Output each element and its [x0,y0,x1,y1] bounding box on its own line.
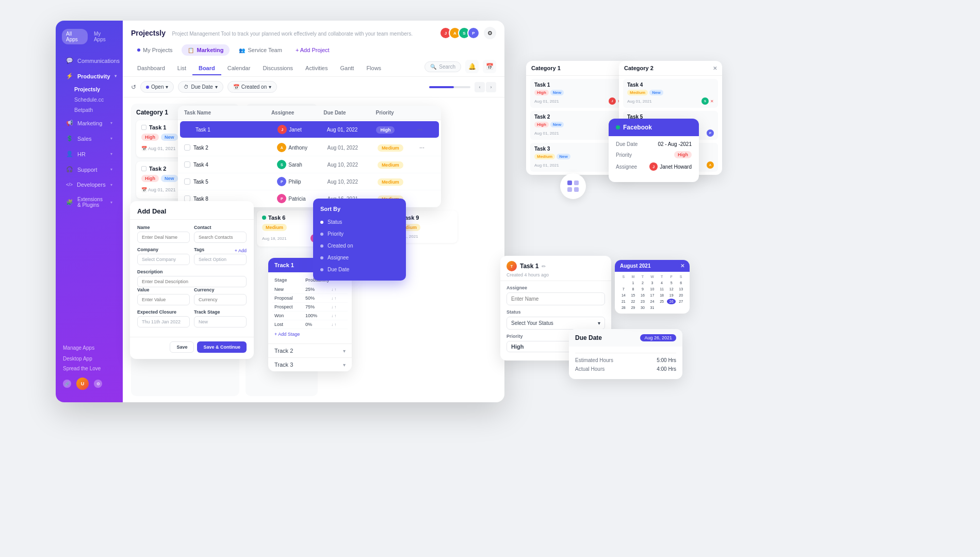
detail-assignee-input[interactable] [507,292,605,305]
track-lost-down-icon[interactable]: ↓ [331,322,333,327]
cal-day-3[interactable]: 3 [648,280,657,286]
list-row-task2[interactable]: Task 2 A Anthony Aug 01, 2022 Medium ··· [178,139,441,156]
deal-tags-select[interactable]: Select Option [194,254,247,265]
track2-item[interactable]: Track 2 ▾ [268,343,352,357]
track-won-down-icon[interactable]: ↓ [331,314,333,318]
deal-currency-input[interactable] [194,294,247,305]
prev-page-button[interactable]: ‹ [475,82,485,92]
cal-day-27[interactable]: 27 [676,299,685,304]
sidebar-item-support[interactable]: 🎧 Support ▾ [59,162,120,177]
deal-save-continue-button[interactable]: Save & Continue [197,341,247,353]
cal-day-13[interactable]: 13 [676,286,685,292]
sort-item-priority[interactable]: Priority [313,228,406,240]
nav-tab-board[interactable]: Board [192,62,221,75]
sidebar-item-developers[interactable]: </> Developers ▾ [59,177,120,192]
tab-service-team[interactable]: 👥 Service Team [233,44,288,56]
cal-day-10[interactable]: 10 [648,286,657,292]
nav-tab-discussions[interactable]: Discussions [256,62,299,75]
track3-item[interactable]: Track 3 ▾ [268,357,352,371]
task1-checkbox[interactable] [141,125,146,130]
detail-status-select[interactable]: Select Your Status ▾ [507,317,605,330]
cal-day-28[interactable]: 28 [619,305,628,310]
sort-item-created-on[interactable]: Created on [313,240,406,252]
list-task4-checkbox[interactable] [184,161,190,168]
cal-day-prev-1[interactable] [619,280,628,286]
track-up-icon[interactable]: ↑ [334,287,336,292]
sort-item-assignee[interactable]: Assignee [313,252,406,264]
cal-day-8[interactable]: 8 [629,286,638,292]
next-page-button[interactable]: › [486,82,496,92]
tab-my-projects[interactable]: My Projects [131,44,178,56]
deal-name-input[interactable] [137,232,190,243]
track-row-lost[interactable]: Lost 0% ↓ ↑ [272,320,348,329]
task-detail-edit-icon[interactable]: ✏ [542,264,546,269]
deal-contact-input[interactable] [194,232,247,243]
nav-tab-gantt[interactable]: Gantt [334,62,360,75]
calendar-nav-button[interactable]: 📅 [483,60,496,73]
deal-track-stage-select[interactable]: New [194,316,247,327]
cal-day-18[interactable]: 18 [657,292,666,298]
track-row-new[interactable]: New 25% ↓ ↑ [272,285,348,294]
cat-panel-2-close[interactable]: ✕ [713,65,717,71]
deal-add-tag-button[interactable]: + Add [235,248,247,253]
sidebar-item-communications[interactable]: 💬 Communications ▾ [59,53,120,68]
user-avatar[interactable]: U [76,378,89,390]
refresh-button[interactable]: ↺ [131,84,136,91]
sort-item-due-date[interactable]: Due Date [313,264,406,275]
list-row-task4[interactable]: Task 4 S Sarah Aug 10, 2022 Medium [178,156,441,173]
cal-day-21[interactable]: 21 [619,299,628,304]
notification-bell-button[interactable]: 🔔 [465,60,479,73]
cal-day-20[interactable]: 20 [676,292,685,298]
list-row-task1[interactable]: Task 1 J Janet Aug 01, 2022 High ··· [180,121,439,138]
deal-save-button[interactable]: Save [170,341,194,353]
list-task5-checkbox[interactable] [184,178,190,185]
add-project-button[interactable]: + Add Project [291,44,334,56]
cal-day-30[interactable]: 30 [638,305,647,310]
mini-task4-delete[interactable]: ✕ [710,99,714,104]
nav-tab-calendar[interactable]: Calendar [221,62,257,75]
mini-task-card-1[interactable]: Task 1 High New Aug 01, 2021 J ✕ [530,79,625,108]
sidebar-spread-love[interactable]: Spread the Love [56,364,123,373]
cal-day-19[interactable]: 19 [667,292,676,298]
deal-value-input[interactable] [137,294,190,305]
search-input[interactable]: 🔍 Search [424,61,461,72]
cal-day-5[interactable]: 5 [667,280,676,286]
track-prospect-down-icon[interactable]: ↓ [331,305,333,309]
due-date-filter-button[interactable]: ⏱ Due Date ▾ [178,81,223,93]
sidebar-item-productivity[interactable]: ⚡ Productivity ▾ [59,69,120,84]
list-row-task5[interactable]: Task 5 P Philip Aug 10, 2022 Medium [178,173,441,190]
nav-tab-dashboard[interactable]: Dashboard [131,62,171,75]
cal-day-12[interactable]: 12 [667,286,676,292]
cal-day-9[interactable]: 9 [638,286,647,292]
nav-tab-activities[interactable]: Activities [299,62,334,75]
track-lost-up-icon[interactable]: ↑ [334,322,336,327]
track-proposal-down-icon[interactable]: ↓ [331,296,333,301]
cal-day-22[interactable]: 22 [629,299,638,304]
sidebar-item-hr[interactable]: 👤 HR ▾ [59,146,120,161]
track-row-prospect[interactable]: Prospect 75% ↓ ↑ [272,303,348,312]
link-icon[interactable]: 🔗 [63,380,71,388]
cal-day-17[interactable]: 17 [648,292,657,298]
track-won-up-icon[interactable]: ↑ [334,314,336,318]
cal-day-16[interactable]: 16 [638,292,647,298]
nav-tab-flows[interactable]: Flows [360,62,387,75]
mini-task-card-4[interactable]: Task 4 Medium New Aug 01, 2021 S ✕ [623,79,718,108]
cal-day-6[interactable]: 6 [676,280,685,286]
cal-day-25[interactable]: 25 [657,299,666,304]
cal-day-7[interactable]: 7 [619,286,628,292]
cal-day-14[interactable]: 14 [619,292,628,298]
sidebar-item-sales[interactable]: 💲 Sales ▾ [59,131,120,146]
sidebar-tab-all-apps[interactable]: All Apps [62,29,88,44]
sidebar-item-marketing[interactable]: 📢 Marketing ▾ [59,116,120,130]
sidebar-tab-my-apps[interactable]: My Apps [90,29,117,44]
track-down-icon[interactable]: ↓ [331,287,333,292]
list-task2-action[interactable]: ··· [419,144,435,151]
settings-gear-button[interactable]: ⚙ [484,27,496,39]
cal-day-11[interactable]: 11 [657,286,666,292]
tab-marketing[interactable]: 📋 Marketing [182,44,230,56]
add-stage-button[interactable]: + Add Stage [272,329,348,339]
sort-item-status[interactable]: Status [313,216,406,228]
cal-day-1[interactable]: 1 [629,280,638,286]
track-proposal-up-icon[interactable]: ↑ [334,296,336,301]
list-task1-checkbox[interactable] [186,126,192,133]
